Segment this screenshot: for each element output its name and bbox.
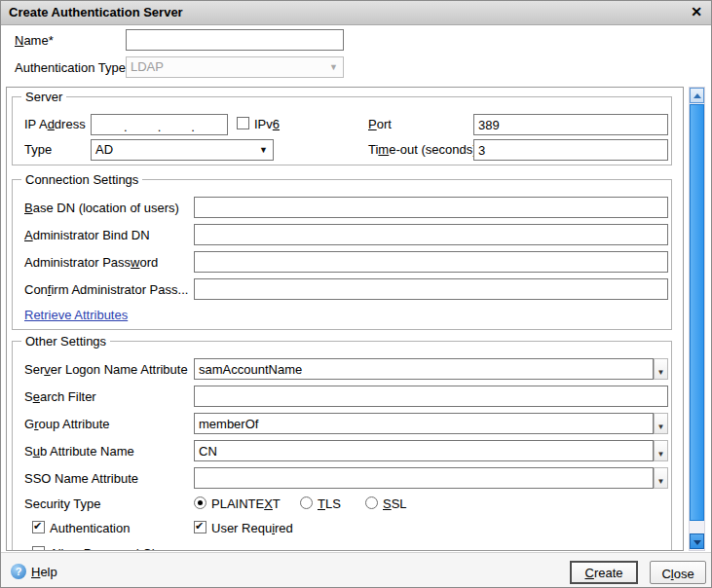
chevron-down-icon: ▼	[259, 145, 268, 155]
scroll-down-arrow-icon[interactable]	[690, 533, 704, 549]
chevron-down-icon: ▼	[657, 368, 665, 377]
administrator-bind-dn-input[interactable]	[194, 224, 668, 245]
ip-dot: .	[124, 124, 128, 131]
base-dn-input[interactable]	[194, 197, 668, 218]
ip-address-label: IP Address	[24, 117, 86, 131]
confirm-administrator-password-label: Confirm Administrator Pass...	[24, 282, 188, 297]
base-dn-label: Base DN (location of users)	[24, 201, 179, 215]
tls-radio-label: TLS	[318, 496, 341, 511]
ip-dot: .	[158, 124, 162, 131]
server-group: Server IP Address . . . IPv6 Port Type A…	[12, 96, 672, 165]
server-logon-name-attribute-input[interactable]	[194, 358, 654, 380]
timeout-input[interactable]	[473, 139, 668, 161]
authentication-type-dropdown: LDAP ▼	[126, 56, 344, 78]
user-required-checkbox-label: User Required	[211, 521, 293, 535]
create-authentication-server-dialog: Create Authentication Server ✕ Name* Aut…	[0, 0, 712, 588]
sso-name-attribute-label: SSO Name Attribute	[24, 471, 138, 486]
allow-password-change-checkbox[interactable]	[32, 546, 45, 551]
scrollbar-thumb[interactable]	[690, 104, 704, 521]
group-attribute-label: Group Attribute	[24, 417, 109, 431]
window-title: Create Authentication Server	[9, 5, 183, 19]
help-link[interactable]: Help	[31, 565, 57, 579]
sso-name-attribute-input[interactable]	[194, 467, 654, 489]
sub-attribute-name-label: Sub Attribute Name	[24, 444, 134, 459]
type-dropdown[interactable]: AD ▼	[91, 139, 274, 161]
ipv6-label: IPv6	[254, 117, 280, 131]
allow-password-change-checkbox-label: Allow Password Change	[50, 546, 187, 551]
ip-address-input[interactable]: . . .	[91, 114, 228, 135]
other-settings-legend: Other Settings	[21, 334, 110, 349]
plaintext-radio[interactable]	[194, 496, 206, 509]
name-input[interactable]	[126, 29, 344, 51]
administrator-bind-dn-label: Administrator Bind DN	[24, 228, 150, 242]
settings-scroll-area: Server IP Address . . . IPv6 Port Type A…	[6, 87, 684, 551]
name-label: Name*	[15, 33, 54, 48]
server-logon-name-attribute-dropdown-button[interactable]: ▼	[654, 358, 668, 380]
ssl-radio[interactable]	[365, 496, 378, 509]
authentication-type-value: LDAP	[131, 59, 164, 74]
create-button[interactable]: Create	[570, 561, 638, 584]
administrator-password-label: Administrator Password	[24, 255, 158, 270]
confirm-administrator-password-input[interactable]	[194, 278, 668, 300]
titlebar: Create Authentication Server ✕	[1, 1, 711, 25]
chevron-down-icon: ▼	[657, 423, 665, 431]
close-icon[interactable]: ✕	[691, 4, 702, 19]
server-logon-name-attribute-label: Server Logon Name Attribute	[24, 362, 188, 377]
help-icon[interactable]: ?	[11, 564, 26, 579]
ip-dot: .	[191, 124, 195, 131]
timeout-label: Time-out (seconds)	[368, 142, 477, 157]
sub-attribute-name-input[interactable]	[194, 440, 654, 461]
authentication-checkbox[interactable]	[32, 521, 45, 533]
group-attribute-dropdown-button[interactable]: ▼	[654, 413, 668, 434]
search-filter-input[interactable]	[194, 386, 668, 407]
type-value: AD	[95, 142, 113, 157]
scroll-up-arrow-icon[interactable]	[690, 88, 704, 103]
port-input[interactable]	[473, 114, 668, 135]
port-label: Port	[368, 117, 392, 131]
footer-bar: ? Help Create Close	[1, 552, 711, 588]
search-filter-label: Search Filter	[24, 389, 96, 404]
sub-attribute-name-dropdown-button[interactable]: ▼	[654, 440, 668, 461]
administrator-password-input[interactable]	[194, 251, 668, 273]
connection-settings-legend: Connection Settings	[21, 172, 142, 187]
tls-radio[interactable]	[300, 496, 313, 509]
retrieve-attributes-link[interactable]: Retrieve Attributes	[24, 308, 128, 322]
group-attribute-input[interactable]	[194, 413, 654, 434]
user-required-checkbox[interactable]	[194, 521, 206, 533]
other-settings-group: Other Settings Server Logon Name Attribu…	[12, 341, 672, 551]
ssl-radio-label: SSL	[383, 496, 407, 511]
close-button[interactable]: Close	[650, 561, 706, 584]
security-type-label: Security Type	[24, 496, 101, 511]
vertical-scrollbar[interactable]	[689, 87, 705, 551]
chevron-down-icon: ▼	[657, 477, 665, 486]
server-group-legend: Server	[21, 90, 66, 104]
sso-name-attribute-dropdown-button[interactable]: ▼	[654, 467, 668, 489]
ipv6-checkbox[interactable]	[237, 117, 249, 129]
connection-settings-group: Connection Settings Base DN (location of…	[12, 179, 672, 330]
authentication-checkbox-label: Authentication	[50, 521, 130, 535]
authentication-type-label: Authentication Type	[15, 60, 126, 75]
plaintext-radio-label: PLAINTEXT	[211, 496, 281, 511]
type-label: Type	[24, 142, 52, 157]
chevron-down-icon: ▼	[657, 450, 665, 459]
chevron-down-icon: ▼	[329, 62, 338, 72]
